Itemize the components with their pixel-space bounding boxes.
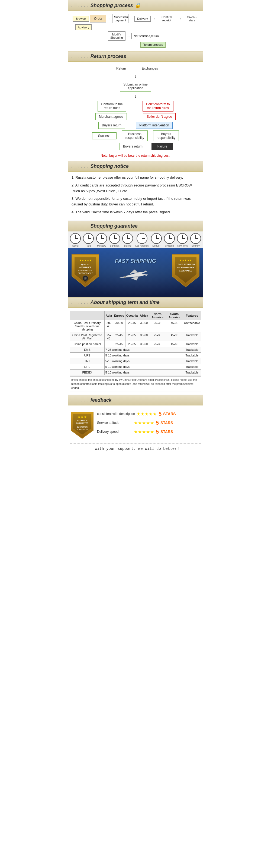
shopping-notice-title: Shopping notice: [90, 163, 129, 169]
svg-text:7 DAYS RETURN OR: 7 DAYS RETURN OR: [177, 264, 195, 265]
seller-dont-agree-box: Seller don't agree: [143, 113, 175, 120]
feedback-header: . . . . . . feedback: [68, 395, 203, 405]
feedback-title: feedback: [90, 397, 112, 403]
feedback-row-3: Delivery speed ★★★★★ 5 STARS: [97, 429, 201, 435]
svg-text:AUTHENTIC: AUTHENTIC: [77, 420, 87, 422]
table-row: China Post Ordinary Small Packet Plus sh…: [70, 320, 201, 332]
africa-time: 30-60: [139, 332, 149, 341]
notice-item-4: 4. The valid Claims time is within 7 day…: [72, 210, 199, 215]
asia-time: 25-45: [104, 332, 113, 341]
return-shield-svg: ★ ★ ★ ★ ★ 7 DAYS RETURN OR EXCHANGED ARE…: [171, 253, 200, 288]
africa-time: 30-60: [139, 341, 149, 347]
col-header-north-america: North America: [149, 311, 166, 320]
clock-label-paris: Paris: [86, 244, 91, 247]
arrow1: →: [107, 17, 111, 21]
guarantee-banner: ★ ★ ★ ★ ★ QUALITY ASSURANCE 100% PHYSICA…: [68, 248, 203, 297]
lock-icon: 🔒: [135, 2, 141, 8]
successful-payment-box: Successfulpayment: [112, 14, 129, 23]
features: Trackable: [183, 352, 201, 358]
clock-face-paris: [83, 233, 94, 244]
service-name: China Post Registered Air Mail: [70, 332, 105, 341]
clock-label-newyork: New York: [177, 244, 188, 247]
table-row: EMS 7-25 working days Trackable: [70, 347, 201, 352]
shopping-process-header: . . . . . . Shopping process 🔒: [68, 0, 203, 11]
shopping-notice-header: . . . . . . Shopping notice: [68, 161, 203, 172]
shipping-term-header: . . . . . . About shipping term and time: [68, 297, 203, 308]
col-header-features: Features: [183, 311, 201, 320]
ems-time: 7-25 working days: [104, 347, 183, 352]
svg-text:EXCHANGED ARE: EXCHANGED ARE: [177, 267, 194, 269]
confirm-receipt-box: Confirm receipt: [157, 14, 177, 23]
merchant-agrees-box: Merchant agrees: [96, 113, 127, 120]
dots-decoration6: . . . . . .: [71, 398, 89, 402]
clock-moscow: Moscow: [96, 233, 107, 247]
svg-text:GUARANTEE: GUARANTEE: [76, 422, 88, 424]
clock-face-newyork: [177, 233, 188, 244]
quality-shield-svg: ★ ★ ★ ★ ★ QUALITY ASSURANCE 100% PHYSICA…: [71, 253, 100, 288]
clock-label-moscow: Moscow: [97, 244, 106, 247]
asia-time: [104, 341, 113, 347]
svg-text:★ ★ ★ ★ ★: ★ ★ ★ ★ ★: [180, 259, 192, 262]
authentic-badge-svg: ★ ★ ★ AUTHENTIC GUARANTEE CUSTOMER IS TH…: [70, 411, 94, 439]
process-flow: Browse Order → Successfulpayment → Deliv…: [70, 14, 201, 48]
dhl-time: 5-10 working days: [104, 364, 183, 369]
shopping-guarantee-header: . . . . . . Shopping guarantee: [68, 221, 203, 231]
stars-text-2: STARS: [160, 421, 173, 425]
shipping-table: Asia Europe Oceania Africa North America…: [70, 311, 201, 375]
service-name: FEDEX: [70, 369, 105, 375]
clock-label-seoul: Seoul: [72, 244, 79, 247]
svg-text:ACCEPTABLE: ACCEPTABLE: [179, 270, 192, 272]
stars-2: ★★★★★: [134, 420, 154, 426]
shopping-process-section: Browse Order → Successfulpayment → Deliv…: [68, 11, 203, 51]
col-header-service: [70, 311, 105, 320]
europe-time: 25-45: [113, 341, 125, 347]
stars-text-3: STARS: [160, 430, 173, 434]
return-process-section: Return Exchanges ↓ Submit an onlineappli…: [68, 62, 203, 161]
feedback-content: ★ ★ ★ AUTHENTIC GUARANTEE CUSTOMER IS TH…: [70, 411, 201, 440]
clock-face-sydney: [190, 233, 201, 244]
clock-label-denver: Denver: [152, 244, 160, 247]
svg-text:QUALITY: QUALITY: [81, 264, 90, 266]
notice-item-1: 1. Russia customer please offer us your …: [72, 175, 199, 181]
table-row: FEDEX 5-10 working days Trackable: [70, 369, 201, 375]
buyers-responsibility-box: Buyersresponsibility: [153, 130, 179, 141]
svg-text:CUSTOMER: CUSTOMER: [77, 426, 87, 428]
features: Trackable: [183, 347, 201, 352]
table-row: TNT 5-10 working days Trackable: [70, 358, 201, 364]
feedback-label-2: Service attitude: [97, 421, 132, 425]
table-row: China Post Registered Air Mail 25-45 25-…: [70, 332, 201, 341]
svg-text:PHOTOGRAPHY: PHOTOGRAPHY: [78, 272, 93, 274]
table-row: DHL 5-10 working days Trackable: [70, 364, 201, 369]
oceania-time: 25-35: [125, 341, 139, 347]
svg-text:★ ★ ★ ★ ★: ★ ★ ★ ★ ★: [79, 259, 91, 262]
ups-time: 5-10 working days: [104, 352, 183, 358]
quality-shield: ★ ★ ★ ★ ★ QUALITY ASSURANCE 100% PHYSICA…: [71, 253, 100, 289]
features: Trackable: [183, 332, 201, 341]
advisory-box: Advisory: [75, 24, 91, 30]
col-header-europe: Europe: [113, 311, 125, 320]
feedback-row-2: Service attitude ★★★★★ 5 STARS: [97, 420, 201, 426]
clock-seoul: Seoul: [70, 233, 81, 247]
shipping-section: Asia Europe Oceania Africa North America…: [68, 308, 203, 395]
given-5stars-box: Given 5 stars: [183, 14, 201, 23]
submit-application-box: Submit an onlineapplication: [120, 81, 151, 92]
arrow5: →: [127, 34, 130, 38]
clocks-row: Seoul Paris Moscow Bangkok Beijing Los A…: [68, 231, 203, 248]
stars-text-1: STARS: [163, 412, 175, 416]
feedback-label-3: Delivery speed: [97, 430, 132, 434]
clock-beijing: Beijing: [122, 233, 133, 247]
dots-decoration4: . . . . . .: [71, 224, 89, 228]
clock-la: Los Angeles: [136, 233, 149, 247]
service-name: UPS: [70, 352, 105, 358]
service-name: EMS: [70, 347, 105, 352]
clock-face-bangkok: [109, 233, 120, 244]
arrow2: →: [130, 17, 133, 21]
service-name: China Post Ordinary Small Packet Plus sh…: [70, 320, 105, 332]
shipping-term-title: About shipping term and time: [90, 300, 160, 305]
africa-time: 30-60: [139, 320, 149, 332]
feedback-label-1: consistent with description: [97, 412, 135, 416]
buyers-return2-box: Buyers return: [119, 143, 146, 150]
failure-box: Failure: [152, 143, 173, 150]
fedex-time: 5-10 working days: [104, 369, 183, 375]
clock-label-bangkok: Bangkok: [110, 244, 119, 247]
